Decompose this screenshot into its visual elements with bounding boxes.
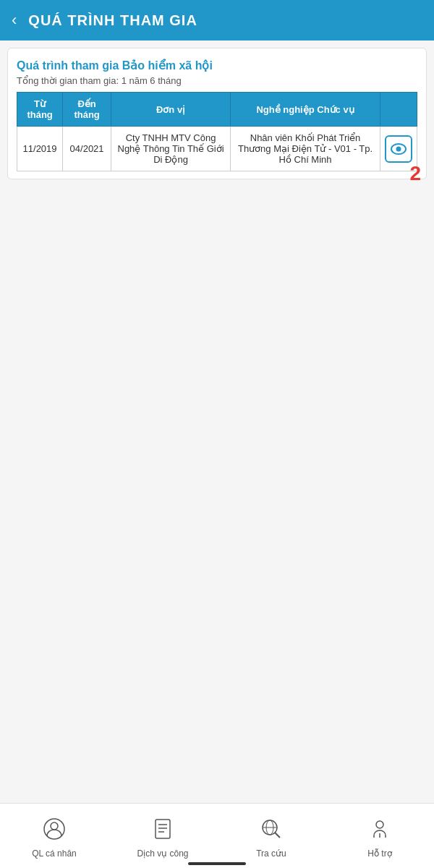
col-action xyxy=(380,93,417,127)
nav-ql-ca-nhan-label: QL cá nhân xyxy=(32,848,77,859)
view-detail-button[interactable] xyxy=(385,135,412,163)
cell-occupation: Nhân viên Khối Phát Triển Thương Mại Điệ… xyxy=(231,127,380,171)
section-title: Quá trình tham gia Bảo hiểm xã hội xyxy=(17,59,417,72)
main-content: Quá trình tham gia Bảo hiểm xã hội Tổng … xyxy=(0,41,434,803)
app-header: ‹ QUÁ TRÌNH THAM GIA xyxy=(0,0,434,41)
col-from: Từ tháng xyxy=(17,93,63,127)
eye-icon xyxy=(391,143,407,155)
nav-tra-cuu-label: Tra cứu xyxy=(256,848,286,859)
nav-home-indicator xyxy=(188,862,246,865)
section-subtitle: Tổng thời gian tham gia: 1 năm 6 tháng xyxy=(17,75,417,86)
col-occupation: Nghề nghiệp Chức vụ xyxy=(231,93,380,127)
cell-to: 04/2021 xyxy=(63,127,111,171)
nav-tra-cuu-icon xyxy=(260,817,283,846)
nav-dich-vu-cong-icon xyxy=(151,817,174,846)
document-icon xyxy=(151,817,174,841)
svg-point-20 xyxy=(376,821,383,828)
cell-from: 11/2019 xyxy=(17,127,63,171)
person-circle-icon xyxy=(43,817,66,841)
search-globe-icon xyxy=(260,817,283,841)
nav-ql-ca-nhan[interactable]: QL cá nhân xyxy=(0,813,109,859)
cell-unit: Cty TNHH MTV Công Nghệ Thông Tin Thế Giớ… xyxy=(111,127,231,171)
section-box: Quá trình tham gia Bảo hiểm xã hội Tổng … xyxy=(7,48,427,179)
svg-point-9 xyxy=(396,146,401,151)
nav-dich-vu-cong-label: Dịch vụ công xyxy=(137,848,188,859)
marker-two: 2 xyxy=(409,163,421,184)
support-icon xyxy=(368,817,391,841)
table-header-row: Từ tháng Đến tháng Đơn vị Nghề nghiệp Ch… xyxy=(17,93,417,127)
svg-rect-12 xyxy=(156,820,170,838)
svg-line-19 xyxy=(275,833,280,838)
nav-ho-tro-icon xyxy=(368,817,391,846)
bottom-navigation: QL cá nhân Dịch vụ công Tra cứu xyxy=(0,803,434,868)
back-button[interactable]: ‹ xyxy=(12,11,17,30)
nav-ho-tro-label: Hỗ trợ xyxy=(367,848,391,859)
nav-tra-cuu[interactable]: Tra cứu xyxy=(217,813,326,859)
nav-ho-tro[interactable]: Hỗ trợ xyxy=(326,813,434,859)
col-unit: Đơn vị xyxy=(111,93,231,127)
page-title: QUÁ TRÌNH THAM GIA xyxy=(28,12,197,29)
col-to: Đến tháng xyxy=(63,93,111,127)
svg-point-11 xyxy=(51,822,58,830)
nav-ql-ca-nhan-icon xyxy=(43,817,66,846)
insurance-table: Từ tháng Đến tháng Đơn vị Nghề nghiệp Ch… xyxy=(17,92,417,171)
cell-eye[interactable]: 2 xyxy=(380,127,417,171)
table-row: 11/2019 04/2021 Cty TNHH MTV Công Nghệ T… xyxy=(17,127,417,171)
nav-dich-vu-cong[interactable]: Dịch vụ công xyxy=(109,813,217,859)
